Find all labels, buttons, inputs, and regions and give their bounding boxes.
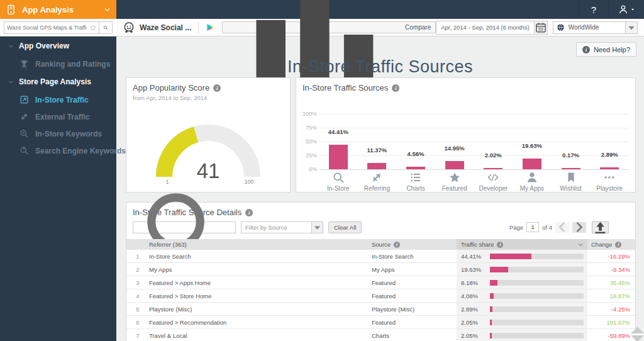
bar-column-playstore[interactable]: 2.89% <box>590 114 629 169</box>
sidebar-item-search-engine-keywords[interactable]: Search Engine Keywords <box>0 142 116 159</box>
column-change[interactable]: Change <box>587 239 635 250</box>
table-row[interactable]: 7 Travel & Local Charts 2.05% -59.89% <box>126 329 635 341</box>
in-store-traffic-icon <box>19 95 29 104</box>
bar <box>600 167 619 169</box>
chart-category-featured[interactable]: Featured <box>435 171 474 192</box>
row-source: Featured <box>372 316 457 328</box>
column-traffic-share[interactable]: Traffic share <box>457 239 587 250</box>
table-row[interactable]: 6 Featured > Recommendation Featured 2.0… <box>126 316 635 329</box>
gauge-score: 41 <box>197 159 220 182</box>
page-number-input[interactable] <box>526 222 539 232</box>
row-traffic-share: 4.08% <box>457 289 587 302</box>
left-sidebar: App Analysis App Overview Ranking and Ra… <box>0 0 116 341</box>
chart-category-row: In-Store Referring Charts Featured Devel… <box>319 171 629 192</box>
compare-button[interactable]: Compare <box>222 21 436 33</box>
filter-dropdown-button[interactable] <box>311 222 323 233</box>
calendar-button[interactable] <box>534 21 547 34</box>
help-button[interactable]: ? <box>579 0 608 19</box>
info-icon[interactable] <box>213 84 221 92</box>
y-axis-tick: 100% <box>298 111 317 117</box>
traffic-share-fill <box>490 320 492 325</box>
sidebar-item-in-store-keywords[interactable]: In-Store Keywords <box>0 125 116 142</box>
popularity-title: App Popularity Score <box>133 83 209 92</box>
row-number: 2 <box>126 263 149 276</box>
bar-value-label: 2.02% <box>485 152 502 159</box>
bar-column-wishlist[interactable]: 0.17% <box>552 114 591 169</box>
row-referrer: Travel & Local <box>149 329 372 341</box>
date-range-picker[interactable]: Apr, 2014 - Sep, 2014 (6 months) <box>436 21 547 35</box>
row-number: 3 <box>126 276 149 289</box>
clear-all-button[interactable]: Clear All <box>328 221 362 233</box>
traffic-share-track <box>490 280 584 286</box>
sidebar-item-ranking-and-ratings[interactable]: Ranking and Ratings <box>0 55 116 72</box>
column-referrer[interactable]: Referrer (363) <box>149 239 372 250</box>
sidebar-item-external-traffic[interactable]: External Traffic <box>0 108 116 125</box>
row-referrer: Featured > Apps Home <box>149 276 372 289</box>
sidebar-section-app-overview[interactable]: App Overview <box>0 36 116 55</box>
traffic-share-track <box>490 293 584 299</box>
ellipsis-icon <box>603 171 616 184</box>
sidebar-item-in-store-traffic[interactable]: In-Store Traffic <box>0 91 116 108</box>
export-button[interactable] <box>592 221 609 233</box>
app-search-input[interactable] <box>4 25 89 31</box>
table-search-box[interactable] <box>133 221 236 233</box>
table-row[interactable]: 1 In-Store Search In-Store Search 44.41%… <box>126 250 635 263</box>
row-source: My Apps <box>372 263 457 276</box>
table-row[interactable]: 5 Playstore (Misc) Playstore (Misc) 2.89… <box>126 303 635 316</box>
row-change: 18.87% <box>587 289 635 302</box>
region-select[interactable]: WorldWide <box>553 21 638 34</box>
bar-column-featured[interactable]: 14.95% <box>435 114 474 169</box>
chart-category-referring[interactable]: Referring <box>358 171 397 192</box>
chart-category-my-apps[interactable]: My Apps <box>513 171 552 192</box>
info-icon[interactable] <box>394 242 400 248</box>
bar-column-in-store[interactable]: 44.41% <box>319 114 358 169</box>
caret-down-icon <box>630 7 635 12</box>
main-content: Need Help? In-Store Traffic Sources App … <box>116 36 644 341</box>
search-submit-button[interactable] <box>99 21 113 34</box>
table-row[interactable]: 2 My Apps My Apps 19.63% -9.34% <box>126 263 635 276</box>
favorite-star-icon[interactable] <box>89 24 97 31</box>
row-number: 7 <box>126 329 149 341</box>
bar-value-label: 0.17% <box>562 152 579 159</box>
chart-category-developer[interactable]: Developer <box>474 171 513 192</box>
traffic-share-track <box>490 320 584 325</box>
traffic-share-track <box>490 267 584 272</box>
need-help-button[interactable]: Need Help? <box>576 42 636 57</box>
bar-column-my-apps[interactable]: 19.63% <box>513 114 552 169</box>
info-icon[interactable] <box>497 242 503 248</box>
chart-category-playstore[interactable]: Playstore <box>590 171 629 192</box>
bar-column-referring[interactable]: 11.37% <box>358 114 397 169</box>
table-search-input[interactable] <box>230 223 232 232</box>
chart-category-charts[interactable]: Charts <box>396 171 435 192</box>
info-icon[interactable] <box>245 209 253 216</box>
app-search-box[interactable] <box>4 21 99 34</box>
traffic-details-panel: In-Store Traffic Source Details Filter b… <box>126 202 636 341</box>
row-traffic-share: 8.18% <box>457 276 587 289</box>
sidebar-section-store-page-analysis[interactable]: Store Page Analysis <box>0 72 116 91</box>
bar-column-developer[interactable]: 2.02% <box>474 114 513 169</box>
globe-icon <box>557 23 565 31</box>
info-icon[interactable] <box>615 242 621 248</box>
chart-category-wishlist[interactable]: Wishlist <box>552 171 591 192</box>
traffic-share-fill <box>490 293 494 299</box>
traffic-share-track <box>490 306 584 312</box>
sidebar-section: App Overview Ranking and Ratings <box>0 36 116 72</box>
traffic-share-fill <box>490 254 531 259</box>
chart-category-in-store[interactable]: In-Store <box>319 171 358 192</box>
row-source: In-Store Search <box>372 250 457 262</box>
y-axis-tick: 75% <box>298 125 317 131</box>
previous-page-button[interactable] <box>555 222 569 233</box>
table-row[interactable]: 3 Featured > Apps Home Featured 8.18% 35… <box>126 276 635 289</box>
row-change: 35.46% <box>587 276 635 289</box>
info-icon[interactable] <box>392 84 399 92</box>
table-row[interactable]: 4 Featured > Store Home Featured 4.08% 1… <box>126 289 635 303</box>
next-page-button[interactable] <box>572 222 586 233</box>
filter-by-source-select[interactable]: Filter by Source <box>241 221 323 233</box>
region-dropdown-button[interactable] <box>625 22 637 33</box>
column-source[interactable]: Source <box>372 239 457 250</box>
app-analysis-header[interactable]: App Analysis <box>0 0 116 19</box>
row-change: 181.67% <box>587 316 635 328</box>
bar-column-charts[interactable]: 4.56% <box>396 114 435 169</box>
sort-chevron-icon[interactable] <box>577 242 584 248</box>
account-menu[interactable] <box>608 0 644 19</box>
